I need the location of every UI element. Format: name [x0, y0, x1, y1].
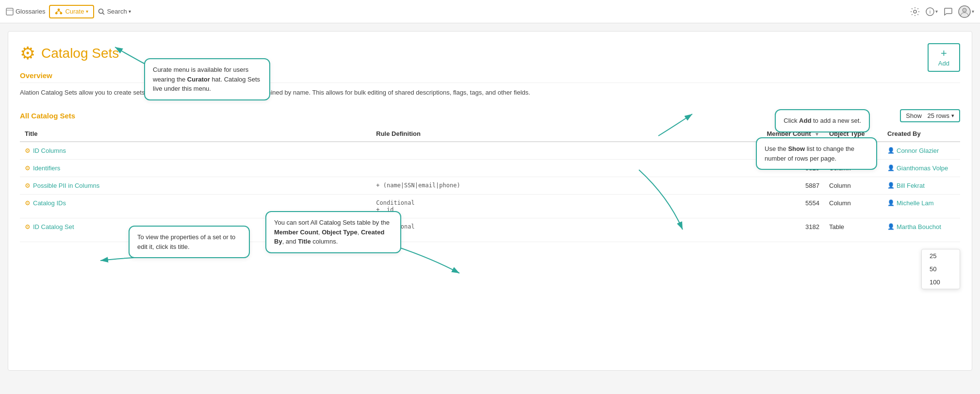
- cell-rule: [371, 142, 761, 160]
- all-sets-title: All Catalog Sets: [20, 112, 75, 120]
- info-icon: i: [926, 7, 934, 16]
- cell-created-by: 👤Michelle Lam: [882, 194, 960, 218]
- cell-rule: [371, 159, 761, 177]
- cell-rule: Conditional+ _id: [371, 194, 761, 218]
- user-link[interactable]: 👤Bill Fekrat: [887, 182, 955, 189]
- svg-point-9: [914, 10, 916, 13]
- set-title-link[interactable]: ⚙Identifiers: [25, 164, 366, 172]
- cell-title: ⚙Identifiers: [20, 159, 371, 177]
- add-plus-icon: +: [941, 48, 947, 59]
- show-value: 25 rows: [927, 112, 949, 119]
- cell-rule: + (name|SSN|email|phone): [371, 177, 761, 194]
- set-title-link[interactable]: ⚙Possible PII in Columns: [25, 182, 366, 189]
- user-icon: 👤: [887, 199, 895, 206]
- user-link[interactable]: 👤Gianthomas Volpe: [887, 164, 955, 172]
- callout-curate: Curate menu is available for users weari…: [144, 58, 270, 100]
- set-gear-icon: ⚙: [25, 147, 31, 154]
- avatar-caret: ▾: [972, 9, 974, 14]
- svg-point-2: [58, 8, 60, 11]
- callout-add: Click Add to add a new set.: [775, 109, 870, 132]
- cell-title: ⚙Possible PII in Columns: [20, 177, 371, 194]
- show-dropdown[interactable]: 25 50 100: [921, 249, 960, 289]
- svg-text:i: i: [930, 9, 931, 15]
- cell-created-by: 👤Connor Glazier: [882, 142, 960, 160]
- cell-rule: Conditional+ id: [371, 218, 761, 242]
- search-button[interactable]: Search ▾: [98, 8, 131, 15]
- callout-show: Use the Show list to change the number o…: [756, 137, 877, 170]
- curate-menu-button[interactable]: Curate ▾: [49, 5, 94, 18]
- show-chevron-icon: ▾: [951, 113, 954, 119]
- settings-icon: [910, 7, 920, 16]
- set-title-link[interactable]: ⚙ID Columns: [25, 147, 366, 154]
- cell-object-type: Table: [824, 218, 882, 242]
- add-label: Add: [938, 60, 949, 67]
- cell-object-type: Column: [824, 194, 882, 218]
- main-content: ⚙ Catalog Sets + Add Overview Alation Ca…: [8, 31, 972, 371]
- page-title: Catalog Sets: [41, 46, 119, 61]
- cell-member-count: 5554: [761, 194, 824, 218]
- svg-point-3: [55, 12, 58, 14]
- set-gear-icon: ⚙: [25, 164, 31, 172]
- top-navigation: Glossaries Curate ▾ Search ▾: [0, 0, 980, 23]
- set-gear-icon: ⚙: [25, 199, 31, 207]
- catalog-sets-icon: ⚙: [20, 43, 35, 64]
- user-link[interactable]: 👤Martha Bouchot: [887, 223, 955, 230]
- user-link[interactable]: 👤Michelle Lam: [887, 199, 955, 207]
- settings-button[interactable]: [910, 7, 920, 16]
- show-option-25[interactable]: 25: [922, 249, 960, 263]
- cell-created-by: 👤Martha Bouchot: [882, 218, 960, 242]
- cell-object-type: Column: [824, 177, 882, 194]
- cell-member-count: 3182: [761, 218, 824, 242]
- show-label: Show: [906, 112, 922, 119]
- svg-rect-0: [6, 8, 13, 15]
- show-rows-select[interactable]: Show 25 rows ▾: [900, 109, 960, 122]
- col-created-by[interactable]: Created By: [882, 126, 960, 142]
- nav-right-icons: i ▾ ▾: [910, 5, 974, 18]
- user-avatar-button[interactable]: ▾: [958, 5, 974, 18]
- set-title-link[interactable]: ⚙Catalog IDs: [25, 199, 366, 207]
- svg-point-7: [99, 9, 103, 13]
- col-rule: Rule Definition: [371, 126, 761, 142]
- callout-sort: You can sort All Catalog Sets table by t…: [265, 211, 401, 253]
- svg-point-13: [963, 8, 966, 12]
- search-caret: ▾: [129, 9, 131, 14]
- curate-icon: [55, 8, 63, 16]
- info-button[interactable]: i ▾: [926, 7, 938, 16]
- cell-created-by: 👤Gianthomas Volpe: [882, 159, 960, 177]
- info-caret: ▾: [935, 9, 938, 14]
- user-icon: 👤: [887, 164, 895, 171]
- add-button[interactable]: + Add: [928, 43, 960, 72]
- brand-logo[interactable]: Glossaries: [6, 8, 45, 16]
- col-title[interactable]: Title: [20, 126, 371, 142]
- brand-icon: [6, 8, 14, 16]
- search-label: Search: [107, 8, 127, 15]
- callout-view: To view the properties of a set or to ed…: [129, 226, 250, 258]
- curate-caret: ▾: [86, 9, 88, 14]
- svg-line-8: [103, 13, 105, 15]
- set-gear-icon: ⚙: [25, 223, 31, 230]
- svg-line-6: [59, 11, 61, 12]
- cell-title: ⚙ID Columns: [20, 142, 371, 160]
- user-icon: 👤: [887, 182, 895, 189]
- curate-label: Curate: [65, 8, 84, 15]
- show-option-100[interactable]: 100: [922, 276, 960, 289]
- table-row: ⚙Catalog IDsConditional+ _id5554Column👤M…: [20, 194, 960, 218]
- svg-point-4: [60, 12, 63, 14]
- cell-created-by: 👤Bill Fekrat: [882, 177, 960, 194]
- user-icon: 👤: [887, 223, 895, 230]
- brand-label: Glossaries: [16, 8, 45, 15]
- show-option-50[interactable]: 50: [922, 263, 960, 276]
- svg-line-5: [57, 11, 59, 12]
- show-rows-container: Show 25 rows ▾: [900, 109, 960, 122]
- cell-member-count: 5887: [761, 177, 824, 194]
- search-icon: [98, 8, 105, 15]
- notifications-button[interactable]: [944, 7, 952, 16]
- set-gear-icon: ⚙: [25, 182, 31, 189]
- user-icon: 👤: [887, 147, 895, 154]
- table-row: ⚙Possible PII in Columns+ (name|SSN|emai…: [20, 177, 960, 194]
- user-link[interactable]: 👤Connor Glazier: [887, 147, 955, 154]
- chat-icon: [944, 7, 952, 16]
- avatar-icon: [958, 5, 971, 18]
